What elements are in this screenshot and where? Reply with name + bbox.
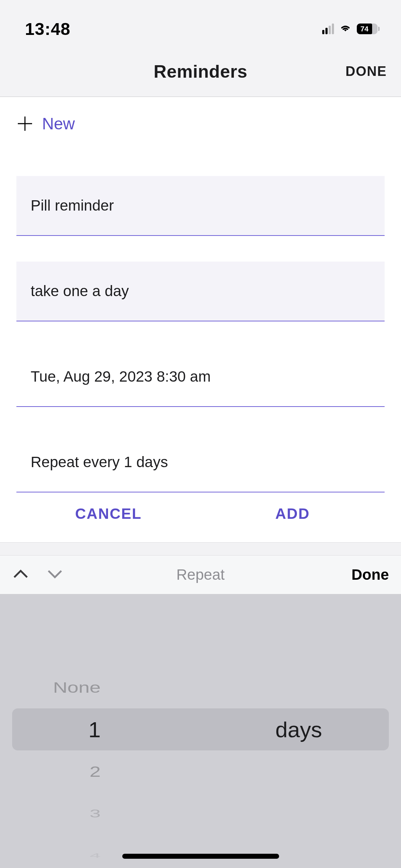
next-field-chevron-down-icon[interactable] — [46, 569, 63, 581]
repeat-field[interactable]: Repeat every 1 days — [16, 433, 385, 492]
title-field[interactable]: Pill reminder — [16, 176, 385, 236]
add-button[interactable]: ADD — [201, 505, 385, 522]
new-label: New — [42, 114, 75, 133]
description-field[interactable]: take one a day — [16, 262, 385, 321]
accessory-title: Repeat — [176, 566, 225, 583]
wifi-icon — [339, 23, 352, 35]
datetime-value: Tue, Aug 29, 2023 8:30 am — [31, 368, 211, 385]
form-actions: CANCEL ADD — [16, 492, 385, 542]
repeat-picker[interactable]: None 1 2 3 4 . days — [0, 594, 401, 868]
picker-option-selected[interactable]: 1 — [0, 708, 201, 750]
status-icons: 74 — [322, 23, 380, 35]
picker-option[interactable]: 3 — [0, 802, 201, 825]
divider — [0, 542, 401, 555]
home-indicator[interactable] — [122, 854, 279, 859]
status-time: 13:48 — [25, 19, 71, 39]
picker-column-number[interactable]: None 1 2 3 4 — [0, 594, 201, 868]
keyboard-accessory-bar: Repeat Done — [0, 555, 401, 594]
title-value: Pill reminder — [31, 197, 114, 214]
prev-field-chevron-up-icon[interactable] — [12, 569, 29, 581]
picker-option-selected[interactable]: days — [201, 708, 401, 750]
picker-option[interactable]: None — [0, 672, 201, 703]
cancel-button[interactable]: CANCEL — [16, 505, 201, 522]
battery-icon: 74 — [357, 24, 380, 34]
description-value: take one a day — [31, 283, 129, 300]
picker-option[interactable]: 2 — [0, 756, 201, 787]
plus-icon — [16, 115, 34, 132]
datetime-field[interactable]: Tue, Aug 29, 2023 8:30 am — [16, 347, 385, 407]
cellular-signal-icon — [322, 24, 334, 34]
reminder-form: New Pill reminder take one a day Tue, Au… — [0, 97, 401, 542]
status-bar: 13:48 74 — [0, 0, 401, 46]
repeat-value: Repeat every 1 days — [31, 454, 168, 471]
battery-level: 74 — [360, 25, 368, 33]
page-title: Reminders — [154, 61, 247, 82]
nav-header: Reminders DONE — [0, 46, 401, 97]
new-reminder-button[interactable]: New — [16, 114, 385, 133]
accessory-done-button[interactable]: Done — [351, 566, 389, 583]
done-button[interactable]: DONE — [345, 64, 387, 79]
picker-column-unit[interactable]: . days — [201, 594, 401, 868]
